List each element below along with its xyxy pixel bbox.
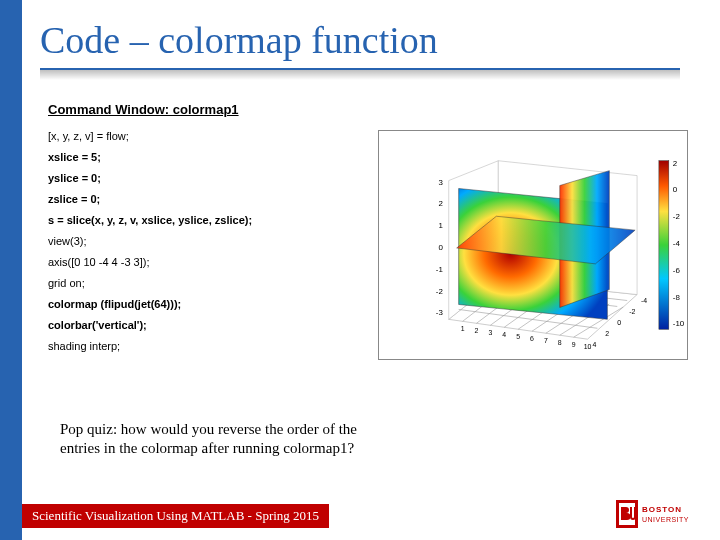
svg-text:-2: -2	[436, 287, 443, 296]
svg-text:-1: -1	[436, 265, 444, 274]
svg-text:1: 1	[438, 221, 443, 230]
boston-university-logo: BOSTON UNIVERSITY	[616, 500, 702, 528]
svg-text:2: 2	[475, 327, 479, 334]
command-window-header: Command Window: colormap1	[48, 102, 239, 117]
svg-text:BOSTON: BOSTON	[642, 505, 682, 514]
slide: Code – colormap function Command Window:…	[0, 0, 720, 540]
code-line: zslice = 0;	[48, 189, 252, 210]
code-line: shading interp;	[48, 336, 252, 357]
svg-text:2: 2	[438, 199, 442, 208]
svg-text:-10: -10	[673, 319, 685, 328]
svg-text:3: 3	[488, 329, 492, 336]
svg-text:9: 9	[572, 341, 576, 348]
matlab-plot: 3 2 1 0 -1 -2 -3 1 2 3 4 5 6 7 8 9 10	[378, 130, 688, 360]
code-block: [x, y, z, v] = flow; xslice = 5; yslice …	[48, 126, 252, 357]
footer-course: Scientific Visualization Using MATLAB - …	[22, 504, 329, 528]
code-line: colorbar('vertical');	[48, 315, 252, 336]
title-shadow	[40, 70, 680, 80]
code-line: axis([0 10 -4 4 -3 3]);	[48, 252, 252, 273]
code-line: yslice = 0;	[48, 168, 252, 189]
svg-text:0: 0	[438, 243, 443, 252]
svg-text:6: 6	[530, 335, 534, 342]
svg-text:3: 3	[438, 178, 443, 187]
code-line: [x, y, z, v] = flow;	[48, 126, 252, 147]
svg-text:-8: -8	[673, 293, 681, 302]
svg-text:5: 5	[516, 333, 520, 340]
svg-text:10: 10	[584, 343, 592, 350]
svg-text:UNIVERSITY: UNIVERSITY	[642, 516, 689, 523]
svg-text:-3: -3	[436, 308, 444, 317]
svg-text:0: 0	[673, 185, 678, 194]
code-line: grid on;	[48, 273, 252, 294]
slide-title: Code – colormap function	[40, 18, 438, 62]
svg-text:7: 7	[544, 337, 548, 344]
pop-quiz: Pop quiz: how would you reverse the orde…	[60, 420, 390, 458]
svg-text:-2: -2	[673, 212, 680, 221]
code-line: colormap (flipud(jet(64)));	[48, 294, 252, 315]
svg-text:4: 4	[592, 341, 596, 348]
code-line: s = slice(x, y, z, v, xslice, yslice, zs…	[48, 210, 252, 231]
svg-text:8: 8	[558, 339, 562, 346]
svg-text:-4: -4	[641, 297, 647, 304]
svg-text:0: 0	[617, 319, 621, 326]
svg-text:1: 1	[461, 325, 465, 332]
svg-text:-4: -4	[673, 239, 681, 248]
svg-text:-2: -2	[629, 308, 635, 315]
left-stripe	[0, 0, 22, 540]
code-line: view(3);	[48, 231, 252, 252]
code-line: xslice = 5;	[48, 147, 252, 168]
svg-text:2: 2	[673, 159, 677, 168]
svg-text:-6: -6	[673, 266, 681, 275]
svg-text:4: 4	[502, 331, 506, 338]
svg-text:2: 2	[605, 330, 609, 337]
svg-rect-41	[659, 161, 669, 330]
